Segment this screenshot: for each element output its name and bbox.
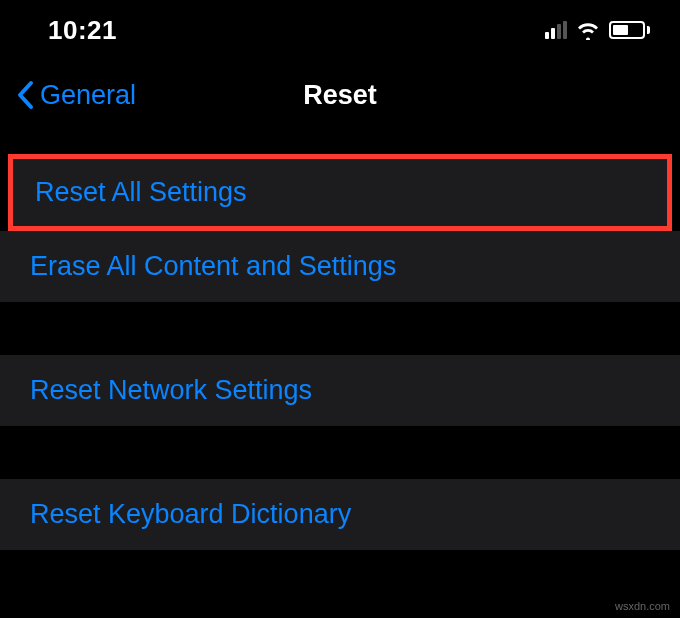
row-label: Reset Network Settings [30, 375, 312, 405]
nav-bar: General Reset [0, 60, 680, 130]
highlight-box: Reset All Settings [8, 154, 672, 231]
reset-keyboard-dictionary-row[interactable]: Reset Keyboard Dictionary [0, 479, 680, 550]
section-gap [0, 303, 680, 355]
back-label: General [40, 80, 136, 111]
cellular-signal-icon [545, 21, 567, 39]
battery-icon [609, 21, 650, 39]
reset-network-settings-row[interactable]: Reset Network Settings [0, 355, 680, 427]
row-label: Reset All Settings [35, 177, 247, 207]
row-label: Reset Keyboard Dictionary [30, 499, 351, 529]
status-icons [545, 20, 650, 40]
erase-all-content-row[interactable]: Erase All Content and Settings [0, 231, 680, 303]
content: Reset All Settings Erase All Content and… [0, 130, 680, 550]
watermark: wsxdn.com [615, 600, 670, 612]
chevron-left-icon [16, 80, 36, 110]
section-gap [0, 427, 680, 479]
back-button[interactable]: General [0, 80, 136, 111]
row-label: Erase All Content and Settings [30, 251, 396, 281]
reset-all-settings-row[interactable]: Reset All Settings [13, 159, 667, 226]
status-bar: 10:21 [0, 0, 680, 60]
status-time: 10:21 [48, 15, 117, 46]
wifi-icon [575, 20, 601, 40]
page-title: Reset [303, 80, 377, 111]
